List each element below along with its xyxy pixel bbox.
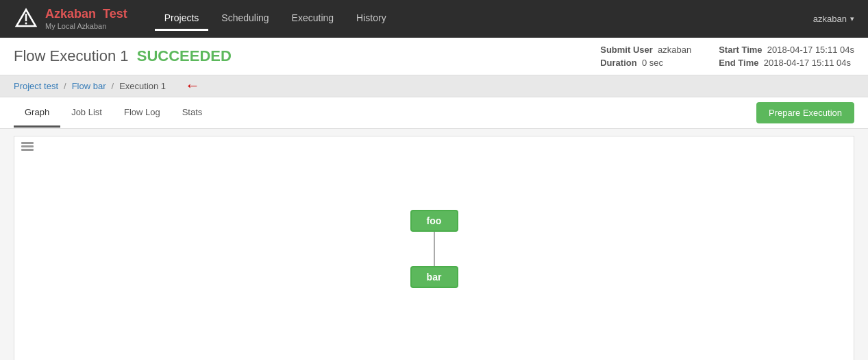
breadcrumb: Project test / Flow bar / Execution 1 ← (0, 75, 868, 97)
tab-stats[interactable]: Stats (171, 99, 214, 128)
navbar: Azkaban Test My Local Azkaban Projects S… (0, 0, 868, 38)
nav-executing[interactable]: Executing (282, 7, 343, 31)
svg-point-2 (25, 22, 27, 24)
tab-flow-log[interactable]: Flow Log (113, 99, 171, 128)
brand-logo-icon (14, 7, 38, 32)
submit-user: Submit User azkaban (600, 45, 691, 55)
prepare-execution-button[interactable]: Prepare Execution (756, 102, 854, 123)
breadcrumb-current: Execution 1 (119, 81, 166, 91)
breadcrumb-flow[interactable]: Flow bar (72, 81, 106, 91)
flow-meta: Submit User azkaban Duration 0 sec Start… (600, 45, 854, 68)
start-time: Start Time 2018-04-17 15:11 04s (719, 45, 854, 55)
graph-area: foo bar (14, 136, 854, 360)
tab-job-list[interactable]: Job List (60, 99, 113, 128)
tabs: Graph Job List Flow Log Stats (14, 99, 213, 128)
nav-links: Projects Scheduling Executing History (155, 7, 813, 31)
meta-times: Start Time 2018-04-17 15:11 04s End Time… (719, 45, 854, 68)
brand: Azkaban Test My Local Azkaban (14, 7, 127, 32)
arrow-indicator-icon: ← (185, 77, 200, 95)
status-badge: SUCCEEDED (137, 47, 232, 64)
graph-controls (21, 142, 34, 151)
nav-scheduling[interactable]: Scheduling (212, 7, 278, 31)
graph-nodes: foo bar (410, 210, 458, 288)
brand-text: Azkaban Test My Local Azkaban (45, 7, 127, 31)
user-menu[interactable]: azkaban (813, 14, 854, 24)
graph-edge (434, 232, 435, 266)
duration: Duration 0 sec (600, 58, 691, 68)
nav-projects[interactable]: Projects (155, 7, 209, 31)
graph-control-line-3 (21, 149, 34, 151)
graph-node-foo[interactable]: foo (410, 210, 458, 232)
tab-graph[interactable]: Graph (14, 99, 60, 128)
nav-history[interactable]: History (347, 7, 396, 31)
graph-control-line-2 (21, 145, 34, 147)
flow-title: Flow Execution 1 SUCCEEDED (14, 47, 232, 65)
graph-control-line-1 (21, 142, 34, 144)
page-header: Flow Execution 1 SUCCEEDED Submit User a… (0, 38, 868, 75)
meta-submit-duration: Submit User azkaban Duration 0 sec (600, 45, 691, 68)
tabs-bar: Graph Job List Flow Log Stats Prepare Ex… (0, 97, 868, 129)
brand-name: Azkaban Test (45, 7, 127, 22)
breadcrumb-project[interactable]: Project test (14, 81, 58, 91)
graph-node-bar[interactable]: bar (410, 266, 458, 288)
breadcrumb-sep-2: / (112, 81, 114, 91)
breadcrumb-sep-1: / (64, 81, 66, 91)
end-time: End Time 2018-04-17 15:11 04s (719, 58, 854, 68)
brand-subtitle: My Local Azkaban (45, 22, 127, 31)
